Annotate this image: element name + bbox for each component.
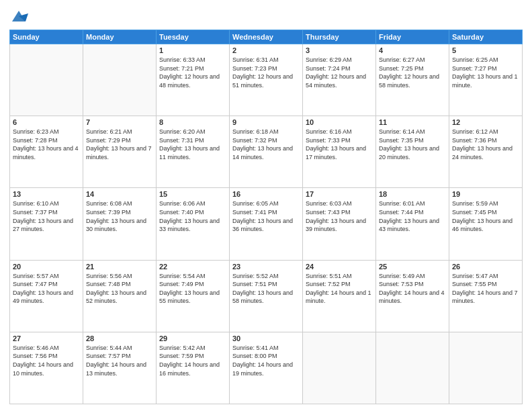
day-info: Sunrise: 6:25 AM Sunset: 7:27 PM Dayligh…: [452, 56, 519, 89]
day-number: 8: [159, 118, 226, 126]
calendar-cell: 7Sunrise: 6:21 AM Sunset: 7:29 PM Daylig…: [83, 116, 157, 188]
day-info: Sunrise: 5:59 AM Sunset: 7:45 PM Dayligh…: [452, 199, 519, 233]
day-number: 20: [13, 263, 80, 271]
day-number: 23: [232, 263, 300, 271]
day-number: 24: [306, 263, 373, 271]
day-info: Sunrise: 6:14 AM Sunset: 7:35 PM Dayligh…: [379, 128, 446, 161]
calendar-cell: [83, 44, 157, 116]
day-info: Sunrise: 5:52 AM Sunset: 7:51 PM Dayligh…: [232, 272, 300, 306]
calendar-week-2: 6Sunrise: 6:23 AM Sunset: 7:28 PM Daylig…: [10, 116, 523, 188]
day-info: Sunrise: 5:51 AM Sunset: 7:52 PM Dayligh…: [306, 272, 373, 306]
day-info: Sunrise: 5:49 AM Sunset: 7:53 PM Dayligh…: [379, 272, 446, 306]
calendar-cell: 30Sunrise: 5:41 AM Sunset: 8:00 PM Dayli…: [230, 332, 303, 404]
day-number: 22: [159, 263, 226, 271]
header: [9, 7, 523, 26]
calendar-cell: 21Sunrise: 5:56 AM Sunset: 7:48 PM Dayli…: [83, 260, 157, 332]
calendar-cell: [10, 44, 83, 116]
logo-icon: [9, 7, 28, 26]
calendar-cell: 24Sunrise: 5:51 AM Sunset: 7:52 PM Dayli…: [303, 260, 376, 332]
page-container: SundayMondayTuesdayWednesdayThursdayFrid…: [0, 0, 532, 411]
calendar-cell: [303, 332, 376, 404]
day-number: 21: [86, 263, 153, 271]
day-info: Sunrise: 6:31 AM Sunset: 7:23 PM Dayligh…: [232, 56, 300, 89]
day-number: 18: [379, 190, 446, 198]
day-info: Sunrise: 6:01 AM Sunset: 7:44 PM Dayligh…: [379, 199, 446, 233]
day-info: Sunrise: 5:54 AM Sunset: 7:49 PM Dayligh…: [159, 272, 226, 306]
calendar-week-4: 20Sunrise: 5:57 AM Sunset: 7:47 PM Dayli…: [10, 260, 523, 332]
calendar-cell: 6Sunrise: 6:23 AM Sunset: 7:28 PM Daylig…: [10, 116, 83, 188]
day-info: Sunrise: 6:16 AM Sunset: 7:33 PM Dayligh…: [306, 128, 373, 161]
day-number: 9: [232, 118, 300, 126]
day-number: 2: [232, 46, 300, 54]
calendar-cell: 1Sunrise: 6:33 AM Sunset: 7:21 PM Daylig…: [157, 44, 230, 116]
day-number: 28: [86, 334, 153, 342]
weekday-header-thursday: Thursday: [303, 30, 376, 44]
calendar-cell: 27Sunrise: 5:46 AM Sunset: 7:56 PM Dayli…: [10, 332, 83, 404]
day-info: Sunrise: 6:03 AM Sunset: 7:43 PM Dayligh…: [306, 199, 373, 233]
calendar-cell: [376, 332, 449, 404]
calendar-cell: 8Sunrise: 6:20 AM Sunset: 7:31 PM Daylig…: [157, 116, 230, 188]
day-info: Sunrise: 6:12 AM Sunset: 7:36 PM Dayligh…: [452, 128, 519, 161]
calendar-week-1: 1Sunrise: 6:33 AM Sunset: 7:21 PM Daylig…: [10, 44, 523, 116]
calendar-cell: 28Sunrise: 5:44 AM Sunset: 7:57 PM Dayli…: [83, 332, 157, 404]
day-number: 17: [306, 190, 373, 198]
weekday-header-wednesday: Wednesday: [230, 30, 303, 44]
logo: [9, 7, 31, 26]
day-number: 13: [13, 190, 80, 198]
day-info: Sunrise: 6:27 AM Sunset: 7:25 PM Dayligh…: [379, 56, 446, 89]
day-number: 26: [452, 263, 519, 271]
weekday-header-monday: Monday: [83, 30, 157, 44]
calendar-cell: 23Sunrise: 5:52 AM Sunset: 7:51 PM Dayli…: [230, 260, 303, 332]
day-info: Sunrise: 5:46 AM Sunset: 7:56 PM Dayligh…: [13, 344, 80, 377]
day-info: Sunrise: 6:23 AM Sunset: 7:28 PM Dayligh…: [13, 128, 80, 161]
calendar-week-5: 27Sunrise: 5:46 AM Sunset: 7:56 PM Dayli…: [10, 332, 523, 404]
day-info: Sunrise: 6:05 AM Sunset: 7:41 PM Dayligh…: [232, 199, 300, 233]
weekday-header-saturday: Saturday: [449, 30, 523, 44]
day-info: Sunrise: 5:57 AM Sunset: 7:47 PM Dayligh…: [13, 272, 80, 306]
day-number: 3: [306, 46, 373, 54]
calendar-table: SundayMondayTuesdayWednesdayThursdayFrid…: [9, 30, 523, 404]
calendar-cell: 25Sunrise: 5:49 AM Sunset: 7:53 PM Dayli…: [376, 260, 449, 332]
day-info: Sunrise: 5:42 AM Sunset: 7:59 PM Dayligh…: [159, 344, 226, 377]
calendar-cell: 12Sunrise: 6:12 AM Sunset: 7:36 PM Dayli…: [449, 116, 523, 188]
calendar-cell: 9Sunrise: 6:18 AM Sunset: 7:32 PM Daylig…: [230, 116, 303, 188]
day-number: 30: [232, 334, 300, 342]
day-number: 1: [159, 46, 226, 54]
calendar-cell: 14Sunrise: 6:08 AM Sunset: 7:39 PM Dayli…: [83, 188, 157, 260]
day-info: Sunrise: 6:20 AM Sunset: 7:31 PM Dayligh…: [159, 128, 226, 161]
day-number: 25: [379, 263, 446, 271]
calendar-cell: 16Sunrise: 6:05 AM Sunset: 7:41 PM Dayli…: [230, 188, 303, 260]
day-number: 29: [159, 334, 226, 342]
calendar-cell: 18Sunrise: 6:01 AM Sunset: 7:44 PM Dayli…: [376, 188, 449, 260]
weekday-header-friday: Friday: [376, 30, 449, 44]
day-number: 14: [86, 190, 153, 198]
day-number: 11: [379, 118, 446, 126]
day-info: Sunrise: 6:08 AM Sunset: 7:39 PM Dayligh…: [86, 199, 153, 233]
calendar-cell: 19Sunrise: 5:59 AM Sunset: 7:45 PM Dayli…: [449, 188, 523, 260]
calendar-week-3: 13Sunrise: 6:10 AM Sunset: 7:37 PM Dayli…: [10, 188, 523, 260]
day-info: Sunrise: 6:10 AM Sunset: 7:37 PM Dayligh…: [13, 199, 80, 233]
calendar-cell: 17Sunrise: 6:03 AM Sunset: 7:43 PM Dayli…: [303, 188, 376, 260]
calendar-cell: 11Sunrise: 6:14 AM Sunset: 7:35 PM Dayli…: [376, 116, 449, 188]
day-number: 15: [159, 190, 226, 198]
day-number: 19: [452, 190, 519, 198]
day-number: 12: [452, 118, 519, 126]
calendar-cell: 4Sunrise: 6:27 AM Sunset: 7:25 PM Daylig…: [376, 44, 449, 116]
day-info: Sunrise: 5:44 AM Sunset: 7:57 PM Dayligh…: [86, 344, 153, 377]
calendar-cell: 2Sunrise: 6:31 AM Sunset: 7:23 PM Daylig…: [230, 44, 303, 116]
day-info: Sunrise: 5:56 AM Sunset: 7:48 PM Dayligh…: [86, 272, 153, 306]
day-info: Sunrise: 6:29 AM Sunset: 7:24 PM Dayligh…: [306, 56, 373, 89]
day-info: Sunrise: 6:33 AM Sunset: 7:21 PM Dayligh…: [159, 56, 226, 89]
calendar-cell: 20Sunrise: 5:57 AM Sunset: 7:47 PM Dayli…: [10, 260, 83, 332]
calendar-cell: 15Sunrise: 6:06 AM Sunset: 7:40 PM Dayli…: [157, 188, 230, 260]
day-info: Sunrise: 6:06 AM Sunset: 7:40 PM Dayligh…: [159, 199, 226, 233]
weekday-header-sunday: Sunday: [10, 30, 83, 44]
day-number: 27: [13, 334, 80, 342]
day-info: Sunrise: 6:18 AM Sunset: 7:32 PM Dayligh…: [232, 128, 300, 161]
day-number: 7: [86, 118, 153, 126]
weekday-header-row: SundayMondayTuesdayWednesdayThursdayFrid…: [10, 30, 523, 44]
day-info: Sunrise: 5:41 AM Sunset: 8:00 PM Dayligh…: [232, 344, 300, 377]
calendar-cell: 26Sunrise: 5:47 AM Sunset: 7:55 PM Dayli…: [449, 260, 523, 332]
calendar-cell: 13Sunrise: 6:10 AM Sunset: 7:37 PM Dayli…: [10, 188, 83, 260]
calendar-cell: 10Sunrise: 6:16 AM Sunset: 7:33 PM Dayli…: [303, 116, 376, 188]
